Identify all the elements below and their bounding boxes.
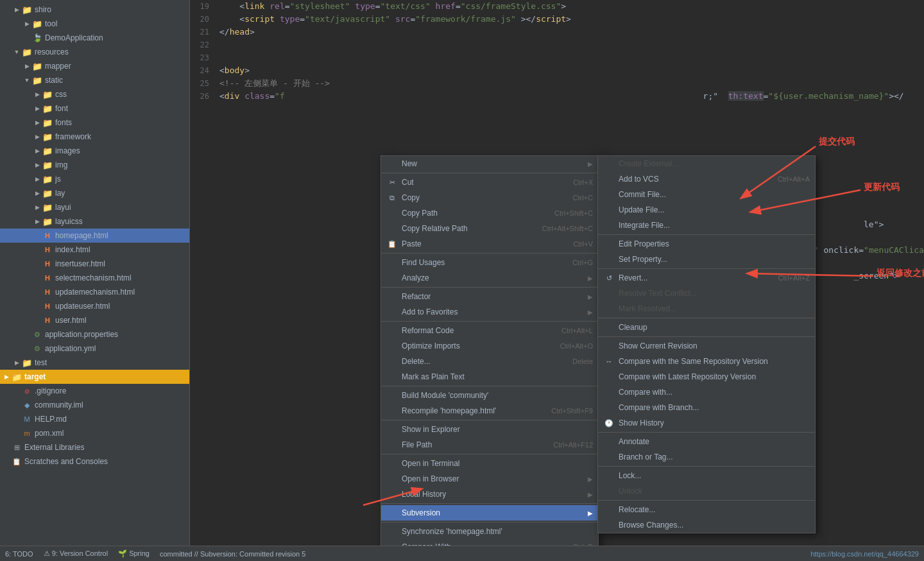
menu-label-lock: Lock...: [619, 471, 810, 480]
tree-item-font[interactable]: ▶ 📁 font: [0, 101, 189, 116]
menu-item-buildmodule[interactable]: Build Module 'community': [381, 388, 598, 403]
menu-item-recompile[interactable]: Recompile 'homepage.html' Ctrl+Shift+F9: [381, 403, 598, 419]
tree-item-framework[interactable]: ▶ 📁 framework: [0, 130, 189, 144]
menu-item-copy[interactable]: ⧉ Copy Ctrl+C: [381, 190, 598, 205]
tree-item-gitignore[interactable]: ▶ ⊘ .gitignore: [0, 384, 189, 398]
tree-item-demo[interactable]: ▶ 🍃 DemoApplication: [0, 31, 189, 45]
menu-item-analyze[interactable]: Analyze ▶: [381, 270, 598, 286]
tree-item-appyml[interactable]: ▶ ⚙ application.yml: [0, 341, 189, 356]
menu-item-lock[interactable]: Lock...: [598, 468, 815, 483]
status-versioncontrol[interactable]: ⚠ 9: Version Control: [44, 549, 108, 558]
tree-item-resources[interactable]: ▼ 📁 resources: [0, 45, 189, 59]
arrow-layuicss: ▶: [33, 218, 41, 225]
status-spring[interactable]: 🌱 Spring: [118, 549, 150, 558]
label-images: images: [55, 146, 80, 155]
tree-item-homepage[interactable]: ▶ H homepage.html: [0, 229, 189, 243]
tree-item-extlibs[interactable]: ▶ ⊞ External Libraries: [0, 440, 189, 454]
sep-svn3: [598, 318, 815, 318]
sep8: [381, 503, 598, 504]
menu-item-cut[interactable]: ✂ Cut Ctrl+X: [381, 175, 598, 190]
tree-item-userhtml[interactable]: ▶ H user.html: [0, 313, 189, 327]
tree-item-pomxml[interactable]: ▶ m pom.xml: [0, 426, 189, 440]
menu-item-copyrelpath[interactable]: Copy Relative Path Ctrl+Alt+Shift+C: [381, 221, 598, 236]
sidebar-tree: ▶ 📁 shiro ▶ 📁 tool ▶ 🍃 DemoApplication ▼…: [0, 0, 189, 546]
tree-item-css[interactable]: ▶ 📁 css: [0, 87, 189, 101]
tree-item-img[interactable]: ▶ 📁 img: [0, 158, 189, 172]
menu-item-openinterminal[interactable]: Open in Terminal: [381, 456, 598, 471]
menu-item-branchortag[interactable]: Branch or Tag...: [598, 449, 815, 465]
menu-label-reformatcode: Reformat Code: [402, 326, 549, 335]
menu-item-addtofavs[interactable]: Add to Favorites ▶: [381, 304, 598, 320]
menu-item-new[interactable]: New ▶: [381, 156, 598, 171]
status-todo[interactable]: 6: TODO: [5, 550, 33, 558]
menu-item-refactor[interactable]: Refactor ▶: [381, 289, 598, 304]
menu-item-commitfile[interactable]: Commit File...: [598, 187, 815, 202]
menu-item-localhistory[interactable]: Local History ▶: [381, 487, 598, 502]
label-img: img: [55, 160, 67, 169]
menu-label-findusages: Find Usages: [402, 258, 560, 267]
menu-item-setproperty[interactable]: Set Property...: [598, 252, 815, 267]
tree-item-index[interactable]: ▶ H index.html: [0, 243, 189, 257]
menu-item-optimizeimports[interactable]: Optimize Imports Ctrl+Alt+O: [381, 338, 598, 354]
tree-item-updateuser[interactable]: ▶ H updateuser.html: [0, 299, 189, 313]
tree-item-appprops[interactable]: ▶ ⚙ application.properties: [0, 327, 189, 341]
tree-item-iml[interactable]: ▶ ◆ community.iml: [0, 398, 189, 412]
menu-item-comparesameversion[interactable]: ↔ Compare with the Same Repository Versi…: [598, 354, 815, 369]
menu-item-delete[interactable]: Delete... Delete: [381, 354, 598, 369]
menu-item-markplain[interactable]: Mark as Plain Text: [381, 369, 598, 384]
tree-item-js[interactable]: ▶ 📁 js: [0, 172, 189, 186]
tree-item-selectmechanism[interactable]: ▶ H selectmechanism.html: [0, 271, 189, 285]
tree-item-static[interactable]: ▼ 📁 static: [0, 73, 189, 87]
menu-item-subversion[interactable]: Subversion ▶: [381, 505, 598, 521]
menu-item-showcurrentrev[interactable]: Show Current Revision: [598, 338, 815, 354]
tree-item-tool[interactable]: ▶ 📁 tool: [0, 17, 189, 31]
menu-item-editprops[interactable]: Edit Properties: [598, 236, 815, 252]
menu-item-cleanup[interactable]: Cleanup: [598, 320, 815, 335]
menu-item-filepath[interactable]: File Path Ctrl+Alt+F12: [381, 437, 598, 453]
editor-content: 19 <link rel="stylesheet" type="text/css…: [190, 0, 924, 103]
tree-item-mapper[interactable]: ▶ 📁 mapper: [0, 59, 189, 73]
menu-item-comparewith[interactable]: ↔ Compare With... Ctrl+D: [381, 539, 598, 546]
menu-item-relocate[interactable]: Relocate...: [598, 502, 815, 517]
tree-item-helpmd[interactable]: ▶ M HELP.md: [0, 412, 189, 426]
menu-item-openinbrowser[interactable]: Open in Browser ▶: [381, 471, 598, 487]
tree-item-layui[interactable]: ▶ 📁 layui: [0, 200, 189, 214]
menu-item-findusages[interactable]: Find Usages Ctrl+G: [381, 255, 598, 270]
tree-item-lay[interactable]: ▶ 📁 lay: [0, 186, 189, 200]
menu-item-updatefile[interactable]: Update File...: [598, 202, 815, 218]
menu-item-resolveconflict[interactable]: Resolve Text Conflict...: [598, 286, 815, 301]
analyze-arrow: ▶: [588, 275, 593, 282]
menu-item-comparewithsvn[interactable]: Compare with...: [598, 384, 815, 400]
menu-item-paste[interactable]: 📋 Paste Ctrl+V: [381, 236, 598, 252]
menu-item-showhistory[interactable]: 🕐 Show History: [598, 415, 815, 431]
tree-item-images[interactable]: ▶ 📁 images: [0, 144, 189, 158]
tree-item-shiro[interactable]: ▶ 📁 shiro: [0, 3, 189, 17]
tree-item-insertuser[interactable]: ▶ H insertuser.html: [0, 257, 189, 271]
menu-item-addtovcs[interactable]: Add to VCS Ctrl+Alt+A: [598, 171, 815, 187]
synchronize-icon: [386, 526, 398, 537]
menu-item-createext[interactable]: Create External...: [598, 156, 815, 171]
menu-item-annotate[interactable]: Annotate: [598, 434, 815, 449]
menu-item-synchronize[interactable]: Synchronize 'homepage.html': [381, 524, 598, 539]
menu-item-unlock[interactable]: Unlock: [598, 483, 815, 499]
status-url[interactable]: https://blog.csdn.net/qq_44664329: [810, 550, 919, 558]
main-layout: ▶ 📁 shiro ▶ 📁 tool ▶ 🍃 DemoApplication ▼…: [0, 0, 924, 561]
menu-item-revert[interactable]: ↺ Revert... Ctrl+Alt+Z: [598, 270, 815, 286]
tree-item-layuicss[interactable]: ▶ 📁 layuicss: [0, 214, 189, 229]
file-icon-helpmd: M: [22, 414, 32, 424]
tree-item-fonts[interactable]: ▶ 📁 fonts: [0, 116, 189, 130]
menu-item-markresolved[interactable]: Mark Resolved...: [598, 301, 815, 316]
menu-item-integratefile[interactable]: Integrate File...: [598, 218, 815, 233]
tree-item-target[interactable]: ▶ 📁 target: [0, 370, 189, 384]
menu-item-browsechanges[interactable]: Browse Changes...: [598, 517, 815, 533]
tree-item-test[interactable]: ▶ 📁 test: [0, 356, 189, 370]
menu-item-comparelatestversion[interactable]: Compare with Latest Repository Version: [598, 369, 815, 384]
tree-item-scratches[interactable]: ▶ 📋 Scratches and Consoles: [0, 454, 189, 469]
tree-item-updatemechanism[interactable]: ▶ H updatemechanism.html: [0, 285, 189, 299]
menu-item-comparebranch[interactable]: Compare with Branch...: [598, 400, 815, 415]
menu-item-showinexplorer[interactable]: Show in Explorer: [381, 422, 598, 437]
lock-icon: [603, 470, 615, 481]
menu-item-reformatcode[interactable]: Reformat Code Ctrl+Alt+L: [381, 323, 598, 338]
folder-icon-resources: 📁: [22, 47, 32, 57]
menu-item-copypath[interactable]: Copy Path Ctrl+Shift+C: [381, 205, 598, 221]
